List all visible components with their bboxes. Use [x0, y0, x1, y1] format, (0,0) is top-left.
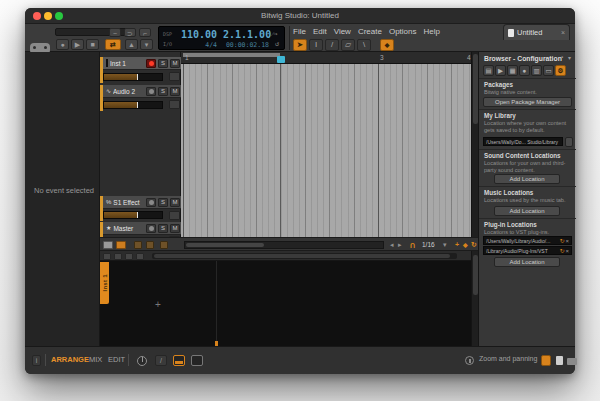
- editor-tool-button-4[interactable]: [136, 253, 144, 260]
- tab-info-icon[interactable]: ●: [519, 65, 530, 76]
- pointer-tool-button[interactable]: ➤: [293, 39, 307, 51]
- solo-button[interactable]: S: [158, 87, 168, 96]
- grid-size-value[interactable]: 1/16: [422, 241, 435, 248]
- mouse-mode-icon[interactable]: [465, 356, 474, 365]
- track-filter-group-button[interactable]: [146, 241, 154, 249]
- record-button[interactable]: ●: [56, 39, 69, 50]
- tempo-value[interactable]: 110.00: [177, 29, 217, 40]
- view-tab-edit[interactable]: EDIT: [108, 355, 125, 364]
- follow-playhead-icon[interactable]: ↻: [471, 241, 477, 249]
- plugin-path-row[interactable]: /Users/Wally/Library/Audio/... ↻ ×: [483, 236, 572, 245]
- editor-tool-button-1[interactable]: [103, 253, 111, 260]
- track-filter-master-button[interactable]: [160, 241, 168, 249]
- detail-editor[interactable]: Inst 1 +: [100, 251, 478, 346]
- track-filter-instrument-button[interactable]: [103, 241, 113, 249]
- automation-curve-b-button[interactable]: ⊃: [124, 28, 136, 37]
- automation-curve-c-button[interactable]: ⌐: [139, 28, 151, 37]
- timeline-ruler[interactable]: 1 3 4: [181, 52, 471, 64]
- track-filter-effect-button[interactable]: [134, 241, 142, 249]
- mute-button[interactable]: M: [170, 198, 180, 207]
- menu-options[interactable]: Options: [389, 27, 417, 36]
- menu-help[interactable]: Help: [423, 27, 439, 36]
- track-name[interactable]: Inst 1: [110, 60, 144, 67]
- marker-icon[interactable]: ◆: [463, 241, 468, 249]
- volume-fader[interactable]: [103, 211, 163, 219]
- mixer-panel-toggle-button[interactable]: [191, 355, 203, 366]
- solo-button[interactable]: S: [158, 198, 168, 207]
- track-name[interactable]: S1 Effect: [113, 199, 144, 206]
- pin-icon[interactable]: ▪: [561, 54, 563, 60]
- track-row-inst1[interactable]: Inst 1 S M: [100, 57, 181, 83]
- panel-menu-icon[interactable]: ▾: [568, 54, 571, 61]
- editor-tool-button-2[interactable]: [114, 253, 122, 260]
- editor-track-tab[interactable]: Inst 1: [100, 262, 109, 304]
- solo-button[interactable]: S: [158, 59, 168, 68]
- project-tab[interactable]: Untitled ×: [503, 24, 570, 40]
- detail-panel-toggle-button[interactable]: [173, 355, 185, 366]
- solo-button[interactable]: S: [158, 224, 168, 233]
- record-arm-button[interactable]: [146, 59, 156, 68]
- record-arm-button[interactable]: [146, 198, 156, 207]
- track-row-s1effect[interactable]: % S1 Effect S M: [100, 196, 181, 221]
- io-routing-button[interactable]: /: [155, 355, 167, 366]
- scroll-right-icon[interactable]: ▸: [398, 241, 402, 249]
- loop-range-icon[interactable]: ↺: [275, 40, 279, 48]
- mute-button[interactable]: M: [170, 59, 180, 68]
- menu-view[interactable]: View: [334, 27, 351, 36]
- keyboard-icon[interactable]: [567, 358, 577, 365]
- knife-tool-button[interactable]: \: [357, 39, 371, 51]
- eraser-tool-button[interactable]: ▱: [341, 39, 355, 51]
- play-button[interactable]: ▶: [71, 39, 84, 50]
- tab-save-icon[interactable]: ▦: [507, 65, 518, 76]
- view-tab-arrange[interactable]: ARRANGE: [51, 355, 89, 364]
- tab-files-icon[interactable]: ▤: [483, 65, 494, 76]
- track-name[interactable]: Master: [113, 225, 144, 232]
- track-row-audio2[interactable]: ∿ Audio 2 S M: [100, 85, 181, 111]
- record-arm-button[interactable]: [146, 224, 156, 233]
- arranger-grid[interactable]: [181, 64, 471, 237]
- tab-play-icon[interactable]: ▶: [495, 65, 506, 76]
- playhead-marker[interactable]: [277, 56, 285, 63]
- position-value[interactable]: 2.1.1.00: [223, 29, 269, 40]
- volume-fader[interactable]: [103, 101, 163, 109]
- pen-tool-button[interactable]: /: [325, 39, 339, 51]
- display-profile-button[interactable]: ▾: [140, 39, 153, 50]
- editor-vertical-scrollbar[interactable]: [471, 251, 478, 346]
- library-path-field[interactable]: /Users/Wally/Do... Studio/Library: [483, 137, 563, 146]
- loop-region[interactable]: [183, 53, 280, 57]
- time-selection-tool-button[interactable]: I: [309, 39, 323, 51]
- grid-size-caret-icon[interactable]: ▾: [443, 241, 447, 249]
- metronome-button[interactable]: ▲: [125, 39, 138, 50]
- stop-button[interactable]: ■: [86, 39, 99, 50]
- scroll-left-icon[interactable]: ◂: [390, 241, 394, 249]
- tab-monitor-icon[interactable]: ▭: [543, 65, 554, 76]
- track-name[interactable]: Audio 2: [113, 88, 144, 95]
- time-value[interactable]: 00:00:02.18: [217, 41, 269, 49]
- editor-tool-button-3[interactable]: [125, 253, 133, 260]
- add-sound-location-button[interactable]: Add Location: [494, 174, 560, 184]
- time-signature-value[interactable]: 4/4: [177, 41, 217, 49]
- menu-file[interactable]: File: [293, 27, 306, 36]
- remove-path-icon[interactable]: ×: [565, 238, 569, 244]
- touch-mode-button[interactable]: [541, 355, 551, 366]
- open-package-manager-button[interactable]: Open Package Manager: [483, 97, 572, 107]
- plugin-path-row[interactable]: /Library/Audio/Plug-Ins/VST ↻ ×: [483, 246, 572, 255]
- arranger-horizontal-scrollbar[interactable]: [184, 241, 384, 249]
- transport-display[interactable]: DSP I/O 110.00 4/4 2.1.1.00 00:00:02.18 …: [158, 26, 285, 50]
- mute-button[interactable]: M: [170, 224, 180, 233]
- record-arm-button[interactable]: [146, 87, 156, 96]
- menu-edit[interactable]: Edit: [313, 27, 327, 36]
- title-bar[interactable]: Bitwig Studio: Untitled: [25, 8, 575, 24]
- edit-position-icon[interactable]: ⁄→: [272, 30, 277, 38]
- remove-path-icon[interactable]: ×: [565, 248, 569, 254]
- close-project-icon[interactable]: ×: [561, 29, 565, 36]
- track-filter-audio-button[interactable]: [116, 241, 126, 249]
- rescan-path-icon[interactable]: ↻: [559, 247, 564, 254]
- magnet-snap-icon[interactable]: U: [410, 241, 415, 249]
- snap-toggle-button[interactable]: ◆: [380, 39, 394, 51]
- loop-toggle-button[interactable]: ⇄: [105, 39, 121, 50]
- automation-curve-a-button[interactable]: ~: [109, 28, 121, 37]
- tab-settings-gear-icon[interactable]: ⚙: [555, 65, 566, 76]
- view-tab-mix[interactable]: MIX: [89, 355, 102, 364]
- arranger-vertical-scrollbar[interactable]: [471, 52, 478, 237]
